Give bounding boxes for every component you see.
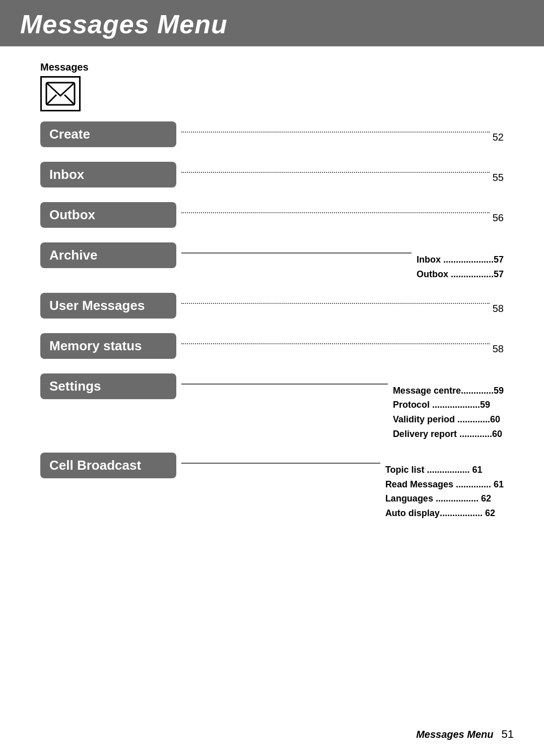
inbox-page: 55 bbox=[490, 172, 504, 183]
user-messages-line-area: 58 bbox=[176, 293, 504, 314]
create-dots bbox=[181, 132, 490, 133]
archive-submenu-inbox: Inbox ....................57 bbox=[417, 253, 504, 267]
archive-line bbox=[181, 253, 412, 254]
memory-status-line-area: 58 bbox=[176, 333, 504, 355]
menu-row-inbox: Inbox 55 bbox=[40, 162, 504, 191]
create-page: 52 bbox=[490, 132, 504, 143]
outbox-button[interactable]: Outbox bbox=[40, 202, 176, 228]
settings-delivery-report: Delivery report .............60 bbox=[393, 427, 504, 442]
menu-row-cell-broadcast: Cell Broadcast Topic list ..............… bbox=[40, 453, 504, 521]
cell-broadcast-languages: Languages ................. 62 bbox=[385, 491, 504, 506]
outbox-page: 56 bbox=[490, 212, 504, 224]
settings-button[interactable]: Settings bbox=[40, 373, 176, 399]
menu-row-memory-status: Memory status 58 bbox=[40, 333, 504, 362]
user-messages-page: 58 bbox=[490, 303, 504, 314]
inbox-button[interactable]: Inbox bbox=[40, 162, 176, 187]
outbox-dots bbox=[181, 212, 490, 213]
messages-icon bbox=[40, 76, 81, 111]
memory-status-page: 58 bbox=[490, 343, 504, 355]
cell-broadcast-read-messages: Read Messages .............. 61 bbox=[385, 477, 504, 492]
content-area: Messages Create 52 Inbox 55 bbox=[0, 46, 544, 552]
cell-broadcast-submenu: Topic list ................. 61 Read Mes… bbox=[380, 463, 504, 521]
inbox-line-area: 55 bbox=[176, 162, 504, 183]
menu-row-outbox: Outbox 56 bbox=[40, 202, 504, 231]
settings-validity-period: Validity period .............60 bbox=[393, 412, 504, 427]
menu-row-create: Create 52 bbox=[40, 121, 504, 151]
cell-broadcast-auto-display: Auto display................. 62 bbox=[385, 506, 504, 521]
archive-connector: Inbox ....................57 Outbox ....… bbox=[176, 242, 504, 282]
menu-list: Create 52 Inbox 55 Outbox 56 Archive bbox=[40, 121, 504, 521]
settings-line bbox=[181, 384, 388, 385]
cell-broadcast-connector: Topic list ................. 61 Read Mes… bbox=[176, 453, 504, 521]
archive-button[interactable]: Archive bbox=[40, 242, 176, 268]
menu-row-archive: Archive Inbox ....................57 Out… bbox=[40, 242, 504, 282]
menu-row-settings: Settings Message centre.............59 P… bbox=[40, 373, 504, 442]
cell-broadcast-topic-list: Topic list ................. 61 bbox=[385, 463, 504, 477]
outbox-line-area: 56 bbox=[176, 202, 504, 224]
footer-page: 51 bbox=[502, 728, 514, 741]
page-footer: Messages Menu 51 bbox=[416, 728, 514, 741]
memory-status-button[interactable]: Memory status bbox=[40, 333, 176, 359]
settings-protocol: Protocol ...................59 bbox=[393, 398, 504, 412]
user-messages-button[interactable]: User Messages bbox=[40, 293, 176, 319]
create-button[interactable]: Create bbox=[40, 121, 176, 147]
memory-status-dots bbox=[181, 343, 490, 344]
cell-broadcast-button[interactable]: Cell Broadcast bbox=[40, 453, 176, 478]
create-line-area: 52 bbox=[176, 121, 504, 143]
inbox-dots bbox=[181, 172, 490, 173]
envelope-icon bbox=[45, 82, 76, 106]
cell-broadcast-line bbox=[181, 463, 380, 464]
settings-connector: Message centre.............59 Protocol .… bbox=[176, 373, 504, 442]
settings-message-centre: Message centre.............59 bbox=[393, 384, 504, 398]
messages-label: Messages bbox=[40, 61, 504, 73]
archive-submenu: Inbox ....................57 Outbox ....… bbox=[412, 253, 504, 282]
svg-line-1 bbox=[46, 95, 56, 105]
footer-label: Messages Menu bbox=[416, 729, 493, 740]
archive-submenu-outbox: Outbox .................57 bbox=[417, 267, 504, 282]
menu-row-user-messages: User Messages 58 bbox=[40, 293, 504, 322]
user-messages-dots bbox=[181, 303, 490, 304]
svg-line-2 bbox=[64, 95, 75, 105]
settings-submenu: Message centre.............59 Protocol .… bbox=[388, 384, 504, 442]
page-header: Messages Menu bbox=[0, 0, 544, 46]
page-title: Messages Menu bbox=[20, 9, 524, 39]
